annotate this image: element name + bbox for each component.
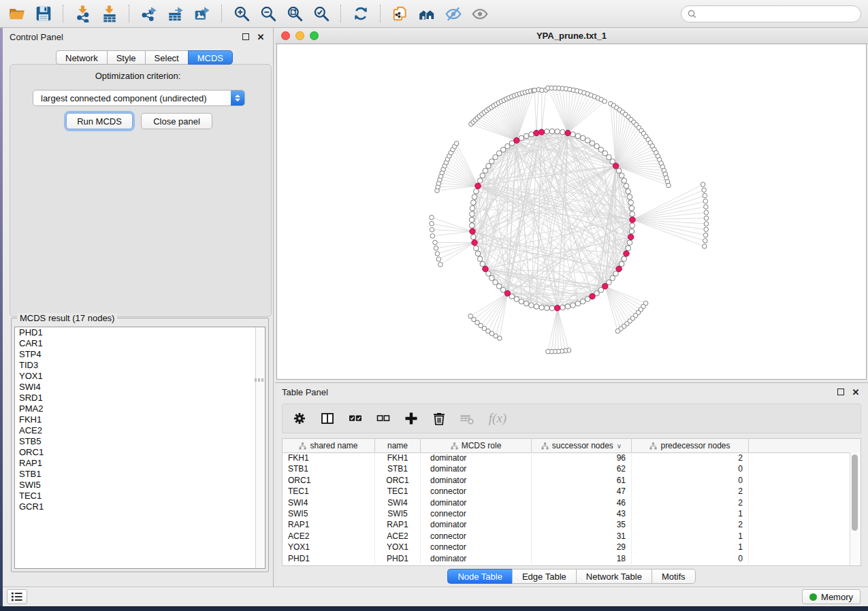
table-cell[interactable]: connector [421,508,532,519]
graph-node[interactable] [514,297,519,302]
hide-selected-button[interactable] [443,3,464,24]
mcds-result-item[interactable]: CAR1 [15,338,265,349]
mcds-result-item[interactable]: RAP1 [15,458,265,469]
first-neighbors-button[interactable] [417,3,437,24]
graph-node[interactable] [598,147,604,152]
table-panel-close-button[interactable]: ✕ [850,386,861,397]
graph-node[interactable] [470,223,475,229]
graph-node[interactable] [628,200,634,205]
table-cell[interactable]: dominator [421,463,532,474]
table-cell[interactable]: dominator [421,497,532,508]
run-mcds-button[interactable]: Run MCDS [66,113,133,129]
show-all-button[interactable] [470,3,490,24]
table-cell[interactable]: ORC1 [283,475,375,486]
graph-node[interactable] [585,138,590,144]
graph-node[interactable] [565,304,570,310]
export-image-button[interactable] [192,3,212,24]
graph-node[interactable] [469,217,475,222]
table-row[interactable]: SWI5SWI5connector431 [283,508,850,519]
graph-node-dominator[interactable] [616,266,622,271]
apply-preferred-layout-button[interactable] [351,3,371,24]
tab-edge-table[interactable]: Edge Table [512,569,576,584]
graph-node-dominator[interactable] [475,183,481,188]
graph-node[interactable] [610,276,615,281]
graph-node[interactable] [496,151,502,156]
table-cell[interactable]: 1 [632,531,749,542]
table-cell[interactable]: SWI5 [375,508,421,519]
graph-node[interactable] [480,261,485,267]
table-row[interactable]: ORC1ORC1dominator610 [283,475,850,486]
graph-node[interactable] [575,133,581,139]
graph-node[interactable] [435,252,440,257]
save-session-button[interactable] [33,3,54,24]
graph-node[interactable] [615,329,620,333]
table-cell[interactable]: 18 [532,553,632,564]
network-canvas[interactable] [276,44,867,380]
graph-node[interactable] [454,141,459,146]
tab-network[interactable]: Network [56,50,107,65]
graph-node[interactable] [704,210,709,215]
table-cell[interactable]: dominator [421,519,532,530]
table-cell[interactable]: SWI5 [283,508,375,519]
table-cell[interactable]: YOX1 [375,542,421,552]
table-cell[interactable]: 1 [632,542,749,552]
graph-node[interactable] [630,223,635,229]
graph-node-dominator[interactable] [602,284,608,289]
graph-node[interactable] [704,222,709,227]
mcds-result-item[interactable]: FKH1 [15,414,265,425]
zoom-in-button[interactable] [231,3,252,24]
graph-node-dominator[interactable] [628,234,634,240]
graph-node-dominator[interactable] [565,130,570,135]
graph-node[interactable] [622,257,627,262]
table-cell[interactable]: 0 [632,553,749,564]
graph-node[interactable] [539,305,545,310]
graph-node[interactable] [630,212,635,217]
table-row[interactable]: YOX1YOX1connector291 [283,542,850,552]
graph-node[interactable] [486,163,492,169]
graph-node[interactable] [704,227,709,232]
graph-node-dominator[interactable] [624,251,629,257]
table-cell[interactable]: 61 [532,475,632,486]
graph-node[interactable] [704,205,709,210]
table-cell[interactable]: RAP1 [283,519,375,530]
tab-mcds[interactable]: MCDS [188,50,233,65]
graph-node[interactable] [624,184,629,189]
zoom-selected-button[interactable] [311,3,332,24]
function-builder-button[interactable]: f(x) [486,410,509,427]
graph-node-dominator[interactable] [470,229,475,234]
export-network-button[interactable] [139,3,159,24]
delete-column-button[interactable] [430,410,448,427]
table-row[interactable]: FKH1FKH1dominator962 [283,452,850,463]
close-light-icon[interactable] [281,31,290,40]
graph-node[interactable] [534,304,539,310]
fit-content-button[interactable] [285,3,305,24]
minimize-light-icon[interactable] [295,31,304,40]
graph-node[interactable] [703,244,707,249]
graph-node[interactable] [701,182,705,187]
graph-node[interactable] [489,159,495,165]
table-cell[interactable]: 29 [532,542,632,552]
table-row[interactable]: TEC1TEC1connector472 [283,486,850,497]
mcds-result-item[interactable]: PMA2 [15,403,265,414]
graph-node-dominator[interactable] [534,130,539,135]
graph-node[interactable] [475,251,481,257]
table-cell[interactable]: FKH1 [375,452,421,463]
table-mode-gear-button[interactable] [291,410,308,427]
deselect-all-rows-button[interactable] [374,410,392,427]
mcds-result-item[interactable]: GCR1 [15,501,265,512]
graph-node[interactable] [496,284,502,289]
table-cell[interactable]: 2 [632,452,749,463]
table-cell[interactable]: RAP1 [375,519,421,530]
graph-node[interactable] [438,263,443,267]
table-cell[interactable]: 0 [632,463,749,474]
graph-node-dominator[interactable] [472,240,477,245]
mcds-result-item[interactable]: PHD1 [15,327,265,338]
table-cell[interactable]: 43 [532,508,632,519]
tab-node-table[interactable]: Node Table [447,569,512,584]
mcds-result-item[interactable]: ACE2 [15,425,265,436]
graph-node[interactable] [489,276,495,281]
graph-node[interactable] [560,305,566,310]
graph-node-dominator[interactable] [514,137,519,143]
mcds-list-scrollbar[interactable] [255,327,265,568]
graph-node[interactable] [703,239,708,244]
